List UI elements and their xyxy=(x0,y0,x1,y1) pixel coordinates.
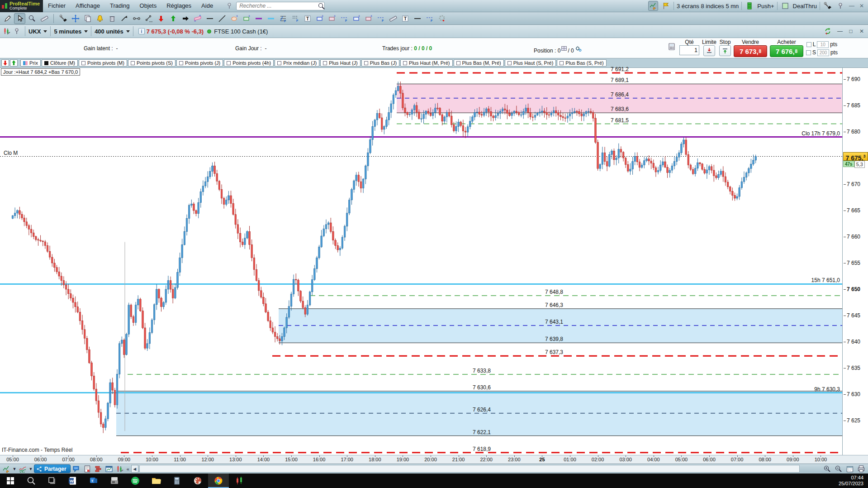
minimize-button[interactable]: — xyxy=(848,3,855,9)
news-icon[interactable] xyxy=(82,464,92,473)
collapse-down-icon[interactable] xyxy=(1,59,9,67)
ellipse-orange-icon[interactable]: + xyxy=(228,13,240,24)
taskbar-spotify[interactable] xyxy=(125,474,146,488)
taskbar-word[interactable]: W xyxy=(62,474,83,488)
symbol-dropdown[interactable]: UKX xyxy=(28,28,47,35)
calendar-icon[interactable] xyxy=(845,464,855,473)
taskbar-calculator[interactable] xyxy=(166,474,187,488)
chart-pencil-icon[interactable] xyxy=(648,1,658,11)
qty-input[interactable] xyxy=(679,45,699,55)
rect-plus-blue-icon[interactable]: + xyxy=(314,13,325,24)
taskbar-fax[interactable] xyxy=(104,474,125,488)
printer-icon[interactable] xyxy=(856,464,866,473)
taskbar-trading-app[interactable] xyxy=(229,474,250,488)
order-calculator-icon[interactable] xyxy=(667,42,677,52)
checkbox-icon[interactable] xyxy=(403,61,407,65)
checkbox-icon[interactable] xyxy=(277,61,281,65)
trend-arrow-icon[interactable] xyxy=(119,13,130,24)
indicator-plus-haut-j-[interactable]: Plus Haut (J) xyxy=(320,59,360,67)
checkbox-icon[interactable] xyxy=(227,61,231,65)
taskbar-search[interactable] xyxy=(21,474,42,488)
taskbar-chrome[interactable] xyxy=(208,474,229,488)
indicator-points-pivots-j-[interactable]: Points pivots (J) xyxy=(176,59,223,67)
zoom-in-icon[interactable] xyxy=(822,464,832,473)
chevron-down-icon[interactable]: ▼ xyxy=(28,467,33,471)
indicator-prix[interactable]: Prix xyxy=(20,59,41,67)
price-chart[interactable]: Jour :+Haut 7 684,2 +Bas 7 670,0 IT-Fina… xyxy=(0,68,868,455)
share-button[interactable]: Partager xyxy=(34,464,71,473)
search-input[interactable] xyxy=(236,2,325,10)
candle-wrench-icon[interactable] xyxy=(115,464,125,473)
position-grid-icon[interactable] xyxy=(560,46,568,51)
stop-order-icon[interactable] xyxy=(719,45,731,56)
checkbox-icon[interactable] xyxy=(364,61,368,65)
tools-icon[interactable] xyxy=(57,13,69,24)
horizontal-line2-icon[interactable] xyxy=(412,13,423,24)
window-close-button[interactable]: ✕ xyxy=(858,28,865,34)
l-value-input[interactable] xyxy=(817,41,829,48)
stop-distance-checkbox[interactable] xyxy=(806,50,811,55)
units-dropdown[interactable]: 400 unités xyxy=(95,28,130,35)
ruler2-icon[interactable] xyxy=(387,13,398,24)
checkbox-icon[interactable] xyxy=(81,61,85,65)
draw-wheel-icon[interactable] xyxy=(436,13,447,24)
timeframe-dropdown[interactable]: 5 minutes xyxy=(54,28,88,35)
buy-button[interactable]: 7 676,8 xyxy=(770,45,803,57)
grid-dots-icon[interactable]: F xyxy=(289,13,301,24)
chevron-down-icon[interactable]: ▼ xyxy=(12,467,17,471)
indicator-points-pivots-4h-[interactable]: Points pivots (4h) xyxy=(224,59,274,67)
price-axis[interactable]: 7 6907 6857 6807 6757 6707 6657 6607 655… xyxy=(842,68,868,455)
indicator-plus-haut-s-pre-[interactable]: Plus Haut (S, Pré) xyxy=(505,59,556,67)
limit-distance-checkbox[interactable] xyxy=(806,42,811,47)
pencil-icon[interactable] xyxy=(2,13,13,24)
rect-plus-pink-icon[interactable]: + xyxy=(326,13,337,24)
scroll-left-arrow[interactable]: ◀ xyxy=(131,465,138,473)
time-axis[interactable]: 05:0006:0007:0008:0009:0010:0011:0012:00… xyxy=(0,455,868,464)
candlestick-plot[interactable] xyxy=(0,68,842,455)
indicator-points-pivots-s-[interactable]: Points pivots (S) xyxy=(128,59,175,67)
menu-fichier[interactable]: Fichier xyxy=(43,0,71,12)
window-minimize-button[interactable]: — xyxy=(836,28,844,34)
horizontal-line-icon[interactable] xyxy=(204,13,215,24)
close-button[interactable]: ✕ xyxy=(858,3,865,9)
sell-button[interactable]: 7 673,8 xyxy=(734,45,767,57)
indicator-plus-bas-s-pre-[interactable]: Plus Bas (S, Pré) xyxy=(557,59,606,67)
link-icon[interactable] xyxy=(131,13,142,24)
pin-icon[interactable] xyxy=(224,1,234,11)
position-settings-icon[interactable] xyxy=(574,45,582,52)
rectangle-green-icon[interactable]: + xyxy=(241,13,252,24)
arrow-down-red-icon[interactable] xyxy=(155,13,166,24)
indicator-prix-me-dian-j-[interactable]: Prix médian (J) xyxy=(275,59,319,67)
window-chart-icon[interactable] xyxy=(104,464,114,473)
dealthru-checkbox-icon[interactable] xyxy=(780,1,790,11)
dash-blue2-icon[interactable]: F xyxy=(375,13,386,24)
trash-icon[interactable] xyxy=(106,13,118,24)
indicator-points-pivots-m-[interactable]: Points pivots (M) xyxy=(79,59,127,67)
checkbox-icon[interactable] xyxy=(131,61,135,65)
line-purple-icon[interactable] xyxy=(253,13,264,24)
horizontal-scrollbar[interactable] xyxy=(139,465,800,473)
rect-plus-blue2-icon[interactable]: + xyxy=(351,13,362,24)
taskbar-file-explorer[interactable] xyxy=(146,474,166,488)
tool-dim-icon[interactable] xyxy=(823,1,833,11)
flag-icon[interactable] xyxy=(661,1,671,11)
indicator-clo-ture-m-[interactable]: Clôture (M) xyxy=(42,59,78,67)
curve-icon[interactable] xyxy=(18,464,28,473)
cursor-icon[interactable] xyxy=(14,13,25,24)
search-icon[interactable] xyxy=(318,2,325,10)
dealthru-label[interactable]: DealThru xyxy=(793,3,817,10)
menu-trading[interactable]: Trading xyxy=(105,0,135,12)
chat-icon[interactable] xyxy=(71,464,81,473)
menu-reglages[interactable]: Réglages xyxy=(161,0,196,12)
taskbar-task-view[interactable] xyxy=(42,474,62,488)
push-label[interactable]: Push+ xyxy=(757,3,774,10)
red-bars-icon[interactable] xyxy=(93,464,103,473)
alarm-icon[interactable] xyxy=(94,13,105,24)
diagonal-line-icon[interactable] xyxy=(216,13,228,24)
chevrons-left-icon[interactable]: « xyxy=(126,466,130,472)
menu-affichage[interactable]: Affichage xyxy=(71,0,105,12)
pin-small-icon[interactable] xyxy=(835,1,845,11)
menu-objets[interactable]: Objets xyxy=(135,0,162,12)
info-icon[interactable]: i xyxy=(137,26,147,36)
text-icon[interactable]: T xyxy=(302,13,313,24)
